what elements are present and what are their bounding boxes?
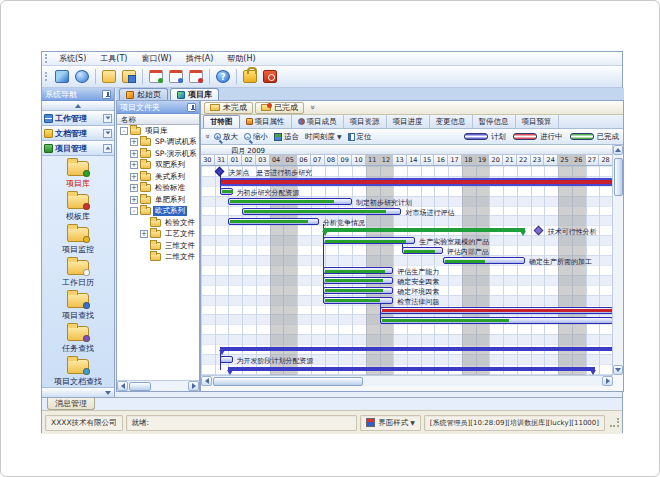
pin-icon[interactable] (102, 90, 111, 99)
menu-item[interactable]: 工具(T) (93, 52, 134, 65)
pending-filter-button[interactable]: 未完成 (204, 102, 253, 114)
detail-tab[interactable]: 甘特图 (203, 115, 240, 128)
tree-node[interactable]: +单肥系列 (117, 194, 199, 206)
detail-tab[interactable]: 暂停信息 (473, 115, 516, 128)
help-button[interactable]: ? (213, 68, 233, 86)
folder-view-button[interactable] (119, 68, 139, 86)
scroll-right-button[interactable] (602, 376, 613, 386)
doc-tab-project-library[interactable]: 项目库 (170, 88, 219, 100)
tree-toggle[interactable]: - (120, 127, 128, 135)
time-scale-button[interactable]: 时间刻度▼ (305, 132, 342, 142)
scroll-up-button[interactable] (613, 145, 623, 155)
sidebar-scroll-up[interactable] (42, 101, 114, 111)
detail-tab[interactable]: 变更信息 (430, 115, 473, 128)
network-button[interactable] (52, 68, 72, 86)
calendar-delete-button[interactable] (186, 68, 206, 86)
gantt-task-bar[interactable] (228, 198, 352, 205)
gantt-summary-bar[interactable] (323, 228, 525, 232)
calendar-new-button[interactable] (146, 68, 166, 86)
zoom-in-button[interactable]: +放大 (214, 132, 238, 142)
scroll-down-button[interactable] (613, 365, 623, 375)
doc-tab-start-page[interactable]: 起始页 (119, 88, 168, 100)
gantt-task-bar[interactable] (323, 297, 393, 304)
globe-button[interactable] (72, 68, 92, 86)
tree-toggle[interactable]: + (130, 173, 138, 181)
gantt-task-bar[interactable] (220, 356, 233, 363)
scroll-thumb[interactable] (129, 382, 151, 391)
tree-node[interactable]: 检验文件 (117, 217, 199, 229)
tree-toggle[interactable]: + (130, 138, 138, 146)
tree-node[interactable]: +SP-演示机系 (117, 148, 199, 160)
scroll-right-button[interactable] (188, 381, 199, 391)
sidebar-item[interactable]: 项目库 (42, 158, 114, 191)
tree-node[interactable]: 三维文件 (117, 240, 199, 252)
nav-group[interactable]: 工作管理 (42, 111, 114, 126)
gantt-task-bar[interactable] (323, 277, 393, 284)
tree-node[interactable]: +双肥系列 (117, 160, 199, 172)
gantt-summary-progress-bar[interactable] (220, 178, 613, 186)
fit-button[interactable]: 适合 (274, 132, 299, 142)
menu-item[interactable]: 系统(S) (52, 52, 93, 65)
gantt-task-bar[interactable] (402, 247, 443, 254)
scroll-thumb[interactable] (614, 158, 623, 196)
sidebar-item[interactable]: 项目监控 (42, 224, 114, 257)
tree-toggle[interactable]: + (130, 184, 138, 192)
detail-tab[interactable]: 项目预算 (516, 115, 559, 128)
locate-button[interactable]: 定位 (348, 132, 372, 142)
overflow-chevron-icon[interactable]: » (308, 105, 317, 110)
gantt-task-bar[interactable] (380, 317, 613, 324)
tree-toggle[interactable]: - (130, 207, 138, 215)
tree-node[interactable]: -欧式系列 (117, 206, 199, 218)
tree-toggle[interactable]: + (130, 161, 138, 169)
scroll-left-button[interactable] (201, 376, 212, 386)
sidebar-item[interactable]: 项目查找 (42, 290, 114, 323)
gantt-vertical-scrollbar[interactable] (612, 145, 623, 375)
menu-item[interactable]: 插件(A) (179, 52, 221, 65)
group-chevron-button[interactable] (103, 114, 112, 123)
detail-tab[interactable]: 项目进度 (387, 115, 430, 128)
sidebar-item[interactable]: 项目文档查找 (42, 356, 114, 389)
menu-item[interactable]: 窗口(W) (134, 52, 178, 65)
menu-item[interactable]: 帮助(H) (220, 52, 262, 65)
tree-node[interactable]: -项目库 (117, 125, 199, 137)
calendar-edit-button[interactable] (166, 68, 186, 86)
menubar-grip[interactable] (45, 54, 49, 63)
gantt-task-bar[interactable] (228, 218, 319, 225)
gantt-task-bar[interactable] (323, 287, 393, 294)
sidebar-collapsed-strip[interactable] (42, 387, 114, 397)
gantt-milestone[interactable] (215, 167, 225, 177)
sidebar-item[interactable]: 工作日历 (42, 257, 114, 290)
detail-tab[interactable]: 项目属性 (240, 115, 292, 128)
gantt-task-bar[interactable] (380, 307, 613, 314)
nav-group[interactable]: 文档管理 (42, 126, 114, 141)
toolbar-overflow-icon[interactable]: » (203, 134, 212, 139)
lock-button[interactable] (240, 68, 260, 86)
gantt-summary-bar[interactable] (220, 347, 613, 351)
tree-node[interactable]: +检验标准 (117, 183, 199, 195)
nav-group[interactable]: 项目管理 (42, 141, 114, 156)
gantt-summary-bar[interactable] (228, 367, 595, 371)
gantt-task-bar[interactable] (220, 188, 233, 195)
gantt-task-bar[interactable] (323, 267, 393, 274)
tree-node[interactable]: +美式系列 (117, 171, 199, 183)
sidebar-item[interactable]: 模板库 (42, 191, 114, 224)
gantt-task-bar[interactable] (443, 257, 525, 264)
completed-filter-button[interactable]: 已完成 (255, 102, 304, 114)
gantt-task-bar[interactable] (323, 237, 415, 244)
zoom-out-button[interactable]: -缩小 (244, 132, 268, 142)
scroll-left-button[interactable] (117, 381, 128, 391)
group-chevron-button[interactable] (103, 129, 112, 138)
interface-style-button[interactable]: 界面样式 ▼ (360, 415, 421, 431)
tree-node[interactable]: +SP-调试机系 (117, 137, 199, 149)
message-manager-tab[interactable]: 消息管理 (47, 398, 95, 410)
group-chevron-button[interactable] (103, 144, 112, 153)
gantt-horizontal-scrollbar[interactable] (201, 375, 613, 386)
pin-icon[interactable] (187, 103, 196, 112)
tree-node[interactable]: 二维文件 (117, 252, 199, 264)
detail-tab[interactable]: 项目资源 (344, 115, 387, 128)
tree-toggle[interactable]: + (130, 150, 138, 158)
exit-button[interactable] (260, 68, 280, 86)
sidebar-item[interactable]: 任务查找 (42, 323, 114, 356)
toolbar-grip[interactable] (45, 72, 49, 81)
folder-open-button[interactable] (99, 68, 119, 86)
